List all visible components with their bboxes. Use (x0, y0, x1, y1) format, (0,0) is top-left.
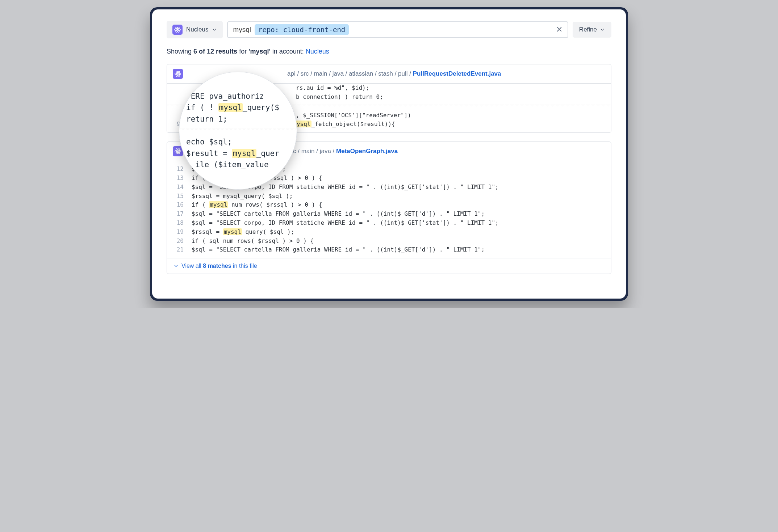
atom-icon (173, 69, 183, 79)
search-input[interactable]: mysql repo: cloud-front-end ✕ (227, 21, 568, 38)
code-line: 16if ( mysql_num_rows( $rssql ) > 0 ) { (167, 200, 611, 210)
view-all-matches-button[interactable]: View all 8 matches in this file (167, 258, 611, 274)
refine-button[interactable]: Refine (573, 22, 611, 38)
code-line: 21$sql = "SELECT cartella FROM galleria … (167, 245, 611, 254)
chevron-down-icon (212, 27, 217, 32)
svg-point-11 (177, 151, 179, 152)
chevron-down-icon (173, 263, 179, 269)
file-path: api / src / main / java / atlassian / st… (287, 70, 501, 77)
top-toolbar: Nucleus mysql repo: cloud-front-end ✕ Re… (167, 21, 611, 38)
svg-point-7 (177, 73, 179, 75)
svg-point-3 (177, 29, 178, 30)
file-link[interactable]: MetaOpenGraph.java (336, 148, 398, 155)
clear-search-icon[interactable]: ✕ (556, 26, 562, 34)
results-summary: Showing 6 of 12 results for 'mysql' in a… (167, 48, 611, 55)
code-line: 20if ( sql_num_rows( $rssql ) > 0 ) { (167, 237, 611, 246)
account-selector[interactable]: Nucleus (167, 21, 223, 38)
code-line: 15$rssql = mysql_query( $sql ); (167, 192, 611, 201)
magnifier-lens: ERE pva_authoriz if ( ! mysql_query($ re… (179, 72, 297, 190)
code-line: 18$sql = "SELECT corpo, ID FROM statiche… (167, 219, 611, 228)
account-name: Nucleus (186, 26, 208, 33)
search-term: mysql (233, 26, 251, 34)
account-link[interactable]: Nucleus (306, 48, 329, 55)
code-line: 17$sql = "SELECT cartella FROM galleria … (167, 210, 611, 219)
chevron-down-icon (600, 27, 605, 32)
file-link[interactable]: PullRequestDeletedEvent.java (413, 70, 501, 77)
atom-icon (172, 25, 183, 35)
search-filter-chip[interactable]: repo: cloud-front-end (255, 24, 349, 35)
code-line: 19$rssql = mysql_query( $sql ); (167, 228, 611, 237)
